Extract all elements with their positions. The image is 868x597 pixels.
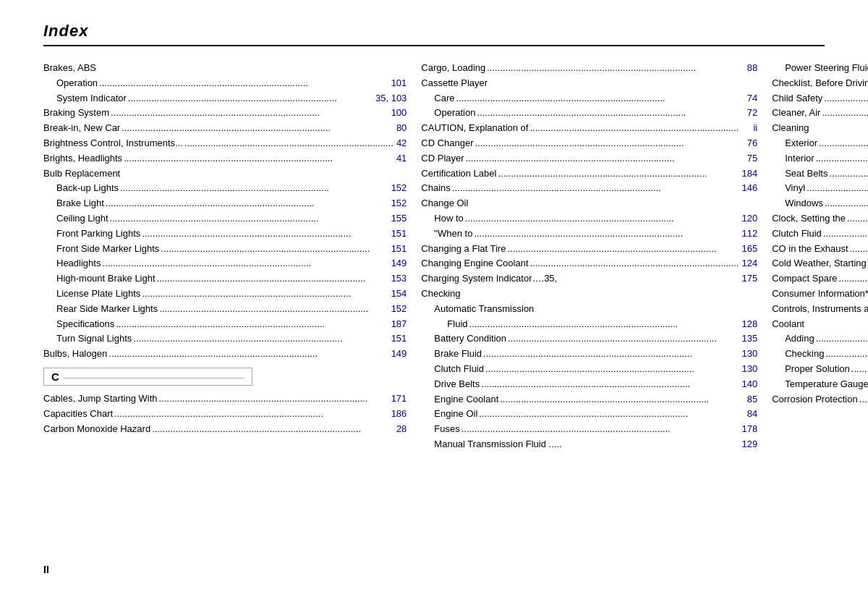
index-entry: Engine Coolant..........................… xyxy=(421,392,757,407)
index-entry: Brightness Control, Instruments.........… xyxy=(43,136,407,151)
entry-label: Clutch Fluid xyxy=(772,226,822,242)
dot-leader: ........................................… xyxy=(464,211,741,226)
index-entry: Operation...............................… xyxy=(43,76,407,91)
page-footer-number: II xyxy=(43,564,49,575)
dot-leader: ........................................… xyxy=(127,91,374,106)
entry-label: Coolant xyxy=(772,317,804,332)
index-entry: CD Player...............................… xyxy=(421,151,757,166)
index-entry: "When to................................… xyxy=(421,226,757,242)
index-entry: Braking System..........................… xyxy=(43,106,407,121)
entry-label: Specifications xyxy=(56,317,114,332)
dot-leader: ........................................… xyxy=(498,392,745,407)
dot-leader: ........................................… xyxy=(827,166,868,182)
section-divider: C xyxy=(43,368,252,386)
entry-label: Front Parking Lights xyxy=(56,226,140,242)
index-entry: Drive Belts.............................… xyxy=(421,377,757,392)
index-entry: Windows.................................… xyxy=(772,196,868,211)
entry-label: Cassette Player xyxy=(421,76,488,91)
entry-label: Proper Solution xyxy=(785,362,850,377)
index-entry: CO in the Exhaust.......................… xyxy=(772,242,868,257)
dot-leader: ........................................… xyxy=(817,136,868,151)
dot-leader: ........................................… xyxy=(455,91,746,106)
entry-label: Interior xyxy=(785,151,814,166)
index-entry: CAUTION, Explanation of.................… xyxy=(421,121,757,136)
entry-page-number: 112 xyxy=(741,226,757,242)
entry-page-number: 152 xyxy=(391,196,407,211)
entry-label: Charging System Indicator….35, xyxy=(421,271,557,287)
dot-leader: ........................................… xyxy=(480,377,740,392)
entry-label: Clutch Fluid xyxy=(434,362,484,377)
index-entry: Brights, Headlights.....................… xyxy=(43,151,407,166)
dot-leader: ........................................… xyxy=(529,256,741,271)
dot-leader: ........................................… xyxy=(468,317,741,332)
index-entry: Checking xyxy=(421,287,757,302)
entry-label: Temperature Gauge xyxy=(785,377,868,392)
dot-leader: ........................................… xyxy=(846,211,868,226)
entry-page-number: 80 xyxy=(396,121,407,136)
column-2: Cargo, Loading..........................… xyxy=(421,61,772,452)
entry-page-number: 35, 103 xyxy=(375,91,407,106)
entry-page-number: 154 xyxy=(391,287,407,302)
entry-page-number: 84 xyxy=(747,407,757,422)
index-entry: Cassette Player xyxy=(421,76,757,91)
dot-leader: ........................................… xyxy=(98,76,390,91)
dot-leader: ........................................… xyxy=(119,181,390,196)
index-entry: Changing a Flat Tire....................… xyxy=(421,242,757,257)
entry-label: Checking xyxy=(785,347,824,362)
dot-leader: ........................................… xyxy=(850,362,868,377)
entry-label: Battery Condition xyxy=(434,331,506,347)
entry-label: Break-in, New Car xyxy=(43,121,120,136)
entry-page-number: 42 xyxy=(396,136,407,151)
dot-leader: ........................................… xyxy=(109,211,390,226)
entry-label: Chains xyxy=(421,181,450,196)
entry-page-number: 128 xyxy=(741,317,757,332)
index-entry: High-mount Brake Light..................… xyxy=(43,271,407,287)
entry-label: License Plate Lights xyxy=(56,287,140,302)
index-entry: Consumer Information*...................… xyxy=(772,287,868,302)
entry-page-number: 146 xyxy=(741,181,757,196)
entry-label: Brakes, ABS xyxy=(43,61,96,76)
entry-page-number: 149 xyxy=(391,347,407,362)
entry-label: Compact Spare xyxy=(772,271,837,287)
entry-page-number: 187 xyxy=(391,317,407,332)
index-entry: System Indicator........................… xyxy=(43,91,407,106)
entry-label: Turn Signal Lights xyxy=(56,331,132,347)
entry-label: Consumer Information* xyxy=(772,287,868,302)
dot-leader: ........................................… xyxy=(477,407,745,422)
dot-leader: ........................................… xyxy=(482,347,740,362)
entry-page-number: 152 xyxy=(391,302,407,317)
dot-leader: ........................................… xyxy=(159,242,389,257)
index-entry: Chains..................................… xyxy=(421,181,757,196)
entry-label: Carbon Monoxide Hazard xyxy=(43,422,150,437)
entry-label: "When to xyxy=(434,226,472,242)
entry-label: Fuses xyxy=(434,422,459,437)
entry-page-number: 101 xyxy=(391,76,407,91)
index-entry: Brake Light.............................… xyxy=(43,196,407,211)
entry-label: CO in the Exhaust xyxy=(772,242,848,257)
index-entry: Clutch Fluid............................… xyxy=(421,362,757,377)
entry-label: Corrosion Protection xyxy=(772,392,858,407)
dot-leader: ........................................… xyxy=(506,331,740,347)
dot-leader: ........................................… xyxy=(109,106,390,121)
index-entry: Cold Weather, Starting in...............… xyxy=(772,256,868,271)
index-entry: Interior................................… xyxy=(772,151,868,166)
entry-label: Back-up Lights xyxy=(56,181,119,196)
dot-leader: ........................................… xyxy=(132,331,389,347)
index-entry: Clutch Fluid............................… xyxy=(772,226,868,242)
index-entry: Automatic Transmission xyxy=(421,302,757,317)
entry-page-number: 135 xyxy=(741,331,757,347)
entry-page-number: 28 xyxy=(396,422,407,437)
entry-page-number: 120 xyxy=(741,211,757,226)
dot-leader: ........................................… xyxy=(506,242,740,257)
entry-label: Engine Coolant xyxy=(434,392,498,407)
entry-label: Front Side Marker Lights xyxy=(56,242,159,257)
index-entry: How to..................................… xyxy=(421,211,757,226)
dot-leader: ........................................… xyxy=(150,422,395,437)
entry-label: Checking xyxy=(421,287,460,302)
index-entry: Engine Oil..............................… xyxy=(421,407,757,422)
index-entry: Cargo, Loading..........................… xyxy=(421,61,757,76)
entry-page-number: 171 xyxy=(391,391,407,407)
entry-label: Headlights xyxy=(56,256,101,271)
index-entry: Cleaner, Air............................… xyxy=(772,106,868,121)
index-entry: Changing Engine Coolant.................… xyxy=(421,256,757,271)
